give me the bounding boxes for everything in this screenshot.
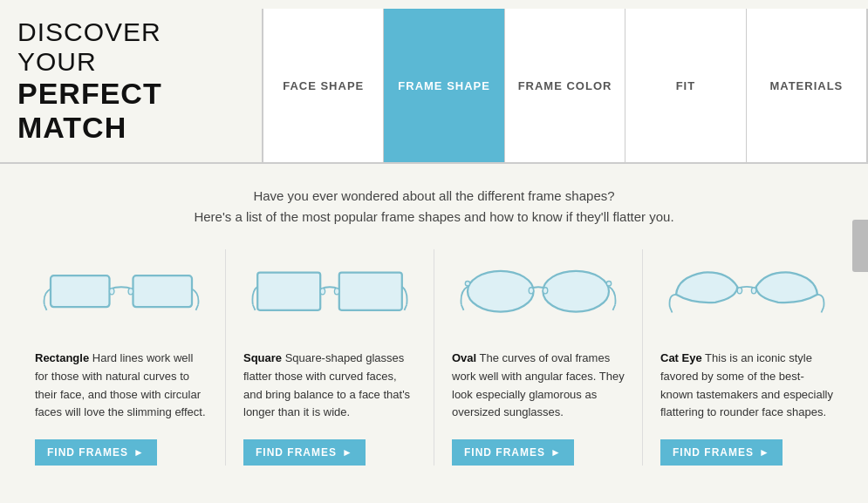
find-frames-label-rectangle: FIND FRAMES: [47, 446, 128, 459]
frames-grid: Rectangle Hard lines work well for those…: [0, 241, 868, 492]
brand: DISCOVER YOUR PERFECT MATCH: [0, 9, 262, 162]
frame-name-oval: Oval: [452, 351, 476, 364]
glasses-illustration-square: [243, 249, 416, 336]
svg-line-10: [253, 305, 256, 310]
find-frames-button-square[interactable]: FIND FRAMES ►: [243, 439, 366, 466]
frame-item-cat-eye: Cat Eye This is an iconic style favored …: [643, 249, 851, 466]
glasses-illustration-rectangle: [35, 249, 208, 336]
glasses-illustration-cat-eye: [660, 249, 833, 336]
glasses-illustration-oval: [452, 249, 625, 336]
frame-name-cat-eye: Cat Eye: [660, 351, 702, 364]
frame-item-square: Square Square-shaped glasses flatter tho…: [226, 249, 434, 466]
svg-line-5: [196, 305, 199, 310]
svg-rect-7: [339, 273, 402, 310]
find-frames-label-oval: FIND FRAMES: [464, 446, 545, 459]
svg-point-16: [465, 282, 469, 286]
subtitle-line1: Have you ever wondered about all the dif…: [17, 186, 851, 207]
svg-point-3: [128, 289, 133, 295]
frame-item-rectangle: Rectangle Hard lines work well for those…: [17, 249, 226, 466]
svg-point-9: [334, 289, 338, 295]
tab-frame-shape[interactable]: FRAME SHAPE: [384, 9, 504, 162]
svg-rect-0: [51, 275, 110, 307]
tab-frame-color[interactable]: FRAME COLOR: [505, 9, 625, 162]
svg-line-19: [613, 305, 616, 310]
find-frames-button-cat-eye[interactable]: FIND FRAMES ►: [660, 439, 783, 466]
svg-point-20: [737, 288, 742, 294]
frame-desc-oval: Oval The curves of oval frames work well…: [452, 350, 625, 422]
svg-line-22: [670, 307, 673, 312]
svg-rect-6: [257, 273, 320, 310]
find-frames-label-square: FIND FRAMES: [256, 446, 337, 459]
frame-desc-cat-eye: Cat Eye This is an iconic style favored …: [660, 350, 833, 422]
svg-point-14: [529, 288, 533, 294]
frame-name-square: Square: [243, 351, 282, 364]
tab-fit[interactable]: FIT: [625, 9, 746, 162]
frame-desc-rectangle: Rectangle Hard lines work well for those…: [35, 350, 208, 422]
svg-line-4: [44, 305, 47, 310]
arrow-icon-oval: ►: [550, 446, 562, 459]
svg-point-2: [110, 289, 114, 295]
tab-materials[interactable]: MATERIALS: [747, 9, 868, 162]
arrow-icon-cat-eye: ►: [759, 446, 770, 459]
svg-line-23: [822, 307, 824, 312]
brand-line2: PERFECT MATCH: [17, 77, 244, 145]
svg-point-13: [543, 271, 609, 312]
subtitle-line2: Here's a list of the most popular frame …: [17, 207, 851, 228]
arrow-icon-square: ►: [342, 446, 353, 459]
frame-desc-square: Square Square-shaped glasses flatter tho…: [243, 350, 416, 422]
frame-name-rectangle: Rectangle: [35, 351, 89, 364]
svg-rect-1: [133, 275, 193, 307]
tab-face-shape[interactable]: FACE SHAPE: [263, 9, 384, 162]
svg-point-21: [751, 288, 755, 294]
header: DISCOVER YOUR PERFECT MATCH FACE SHAPE F…: [0, 0, 868, 164]
page-wrapper: DISCOVER YOUR PERFECT MATCH FACE SHAPE F…: [0, 0, 868, 492]
svg-point-15: [543, 288, 547, 294]
brand-line1: DISCOVER YOUR: [17, 17, 244, 77]
frame-item-oval: Oval The curves of oval frames work well…: [434, 249, 643, 466]
nav-tabs: FACE SHAPE FRAME SHAPE FRAME COLOR FIT M…: [262, 9, 868, 162]
find-frames-label-cat-eye: FIND FRAMES: [673, 446, 754, 459]
find-frames-button-rectangle[interactable]: FIND FRAMES ►: [35, 439, 157, 466]
frame-desc-text-oval: The curves of oval frames work well with…: [452, 351, 625, 418]
svg-point-8: [320, 289, 325, 295]
scroll-indicator[interactable]: [852, 220, 868, 272]
arrow-icon-rectangle: ►: [133, 446, 145, 459]
find-frames-button-oval[interactable]: FIND FRAMES ►: [452, 439, 574, 466]
subtitle-area: Have you ever wondered about all the dif…: [0, 164, 868, 241]
svg-point-17: [606, 282, 611, 286]
svg-point-12: [468, 271, 534, 312]
svg-line-18: [461, 305, 464, 310]
svg-line-11: [405, 305, 407, 310]
